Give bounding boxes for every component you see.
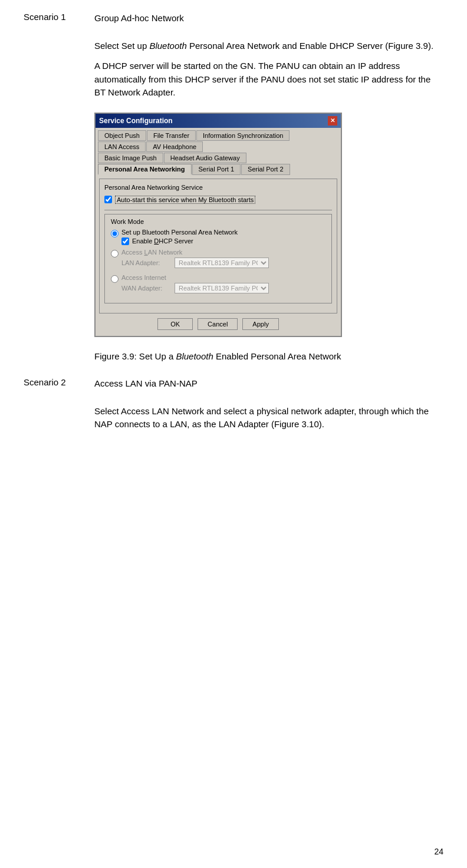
dialog-title: Service Configuration (99, 117, 173, 125)
tab-lan-access[interactable]: LAN Access (98, 141, 146, 152)
radio2-access-lan[interactable] (111, 250, 119, 258)
wan-adapter-label: WAN Adapter: (121, 285, 175, 292)
dialog-screenshot: Service Configuration ✕ Object Push File… (94, 113, 342, 337)
scenario1-paragraph1: Select Set up Bluetooth Personal Area Ne… (94, 39, 443, 53)
wan-adapter-select[interactable]: Realtek RTL8139 Family PCI F (175, 283, 269, 293)
dialog-section-title: Personal Area Networking Service (104, 184, 332, 191)
tab-serial-port-2[interactable]: Serial Port 2 (241, 164, 290, 175)
tab-headset-audio-gw[interactable]: Headset Audio Gateway (164, 153, 246, 163)
work-mode-group: Work Mode Set up Bluetooth Personal Area… (104, 214, 332, 303)
scenario1-heading: Group Ad-hoc Network (94, 12, 443, 25)
figure-caption: Figure 3.9: Set Up a Bluetooth Enabled P… (94, 350, 443, 364)
tab-file-transfer[interactable]: File Transfer (147, 130, 196, 141)
scenario1-paragraph2: A DHCP server will be started on the GN.… (94, 60, 443, 100)
tab-object-push[interactable]: Object Push (98, 130, 146, 141)
lan-adapter-label: LAN Adapter: (121, 259, 175, 266)
autostart-label: Auto-start this service when My Bluetoot… (115, 196, 255, 204)
dialog-footer: OK Cancel Apply (96, 313, 341, 336)
dhcp-enable-checkbox[interactable] (121, 237, 129, 245)
dhcp-label: Enable DHCP Server (132, 237, 193, 245)
tab-personal-area-networking[interactable]: Personal Area Networking (98, 164, 192, 175)
radio3-label: Access Internet (121, 274, 269, 281)
radio1-label: Set up Bluetooth Personal Area Network (121, 229, 238, 236)
radio3-row: Access Internet WAN Adapter: Realtek RTL… (111, 274, 325, 296)
radio2-label: Access LAN Network (121, 249, 269, 256)
radio2-row: Access LAN Network LAN Adapter: Realtek … (111, 249, 325, 270)
tab-serial-port-1[interactable]: Serial Port 1 (192, 164, 241, 175)
scenario2-heading: Access LAN via PAN-NAP (94, 377, 443, 391)
dialog-tabs-container: Object Push File Transfer Information Sy… (96, 128, 341, 175)
page-number: 24 (434, 847, 443, 856)
wan-adapter-row: WAN Adapter: Realtek RTL8139 Family PCI … (121, 283, 269, 293)
dhcp-checkbox-row: Enable DHCP Server (121, 237, 238, 245)
tab-basic-image-push[interactable]: Basic Image Push (98, 153, 163, 163)
work-mode-label: Work Mode (111, 218, 325, 225)
dialog-close-button[interactable]: ✕ (328, 116, 337, 126)
apply-button[interactable]: Apply (242, 318, 279, 330)
cancel-button[interactable]: Cancel (198, 318, 238, 330)
scenario1-label: Scenario 1 (24, 12, 94, 32)
radio1-set-up-pan[interactable] (111, 230, 119, 237)
tab-av-headphone[interactable]: AV Headphone (146, 141, 203, 152)
scenario2-paragraph1: Select Access LAN Network and select a p… (94, 405, 443, 431)
tab-info-sync[interactable]: Information Synchronization (196, 130, 290, 141)
lan-adapter-select[interactable]: Realtek RTL8139 Family PCI F (175, 258, 269, 268)
ok-button[interactable]: OK (157, 318, 193, 330)
lan-adapter-row: LAN Adapter: Realtek RTL8139 Family PCI … (121, 258, 269, 268)
dialog-titlebar: Service Configuration ✕ (96, 114, 341, 128)
autostart-checkbox[interactable] (104, 196, 112, 203)
autostart-checkbox-row: Auto-start this service when My Bluetoot… (104, 196, 332, 204)
radio3-access-internet[interactable] (111, 275, 119, 283)
scenario2-label: Scenario 2 (24, 377, 94, 398)
radio1-row: Set up Bluetooth Personal Area Network E… (111, 229, 325, 245)
